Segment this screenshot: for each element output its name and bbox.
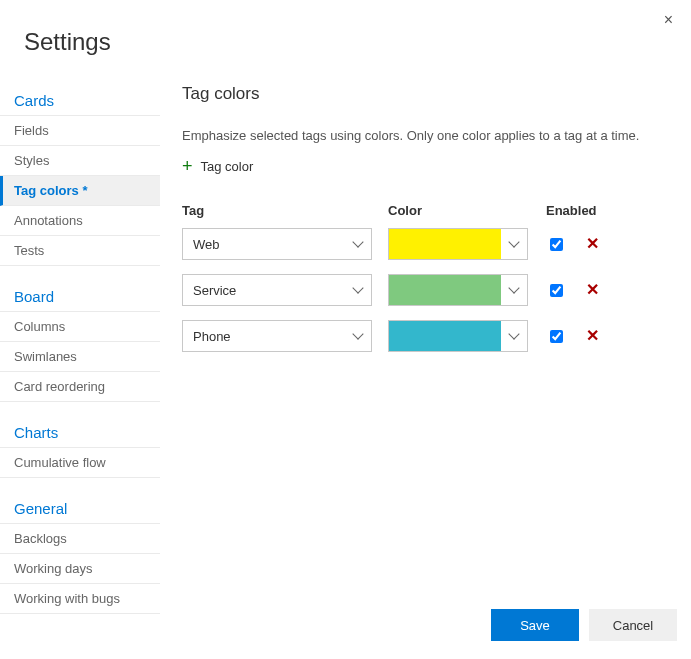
sidebar-item-tag-colors[interactable]: Tag colors *: [0, 176, 160, 206]
delete-icon[interactable]: ✕: [586, 328, 599, 344]
sidebar-item-tests[interactable]: Tests: [0, 236, 160, 266]
tag-select[interactable]: Web: [182, 228, 372, 260]
chevron-down-icon: [353, 285, 363, 295]
page-title: Tag colors: [182, 84, 671, 104]
sidebar-item-working-days[interactable]: Working days: [0, 554, 160, 584]
cancel-button[interactable]: Cancel: [589, 609, 677, 641]
sidebar-item-working-with-bugs[interactable]: Working with bugs: [0, 584, 160, 614]
color-select[interactable]: [388, 274, 528, 306]
color-swatch: [389, 275, 501, 305]
chevron-down-icon: [353, 239, 363, 249]
close-icon[interactable]: ×: [664, 12, 673, 28]
sidebar-item-card-reordering[interactable]: Card reordering: [0, 372, 160, 402]
color-select[interactable]: [388, 228, 528, 260]
delete-icon[interactable]: ✕: [586, 236, 599, 252]
sidebar-item-annotations[interactable]: Annotations: [0, 206, 160, 236]
chevron-down-icon: [509, 331, 519, 341]
dialog-footer: Save Cancel: [491, 609, 677, 641]
col-header-tag: Tag: [182, 203, 388, 218]
enabled-checkbox[interactable]: [550, 284, 563, 297]
page-description: Emphasize selected tags using colors. On…: [182, 128, 671, 143]
sidebar-section-cards: Cards: [0, 84, 160, 116]
delete-icon[interactable]: ✕: [586, 282, 599, 298]
sidebar-item-columns[interactable]: Columns: [0, 312, 160, 342]
tag-value: Service: [193, 283, 236, 298]
color-select[interactable]: [388, 320, 528, 352]
tag-select[interactable]: Service: [182, 274, 372, 306]
enabled-checkbox[interactable]: [550, 330, 563, 343]
add-button-label: Tag color: [201, 159, 254, 174]
chevron-down-icon: [509, 285, 519, 295]
save-button[interactable]: Save: [491, 609, 579, 641]
table-row: Phone✕: [182, 320, 671, 352]
sidebar-item-cumulative-flow[interactable]: Cumulative flow: [0, 448, 160, 478]
col-header-enabled: Enabled: [546, 203, 606, 218]
dialog-title: Settings: [0, 0, 691, 80]
col-header-color: Color: [388, 203, 546, 218]
chevron-down-icon: [353, 331, 363, 341]
chevron-down-icon: [509, 239, 519, 249]
color-swatch: [389, 229, 501, 259]
sidebar-section-charts: Charts: [0, 416, 160, 448]
enabled-checkbox[interactable]: [550, 238, 563, 251]
table-header: Tag Color Enabled: [182, 203, 671, 218]
add-tag-color-button[interactable]: + Tag color: [182, 157, 671, 175]
tag-value: Phone: [193, 329, 231, 344]
sidebar-item-fields[interactable]: Fields: [0, 116, 160, 146]
sidebar-item-backlogs[interactable]: Backlogs: [0, 524, 160, 554]
sidebar-item-styles[interactable]: Styles: [0, 146, 160, 176]
sidebar: CardsFieldsStylesTag colors *Annotations…: [0, 80, 160, 599]
plus-icon: +: [182, 157, 193, 175]
table-row: Service✕: [182, 274, 671, 306]
table-row: Web✕: [182, 228, 671, 260]
sidebar-section-board: Board: [0, 280, 160, 312]
sidebar-section-general: General: [0, 492, 160, 524]
tag-select[interactable]: Phone: [182, 320, 372, 352]
color-swatch: [389, 321, 501, 351]
tag-value: Web: [193, 237, 220, 252]
sidebar-item-swimlanes[interactable]: Swimlanes: [0, 342, 160, 372]
main-panel: Tag colors Emphasize selected tags using…: [160, 80, 691, 599]
